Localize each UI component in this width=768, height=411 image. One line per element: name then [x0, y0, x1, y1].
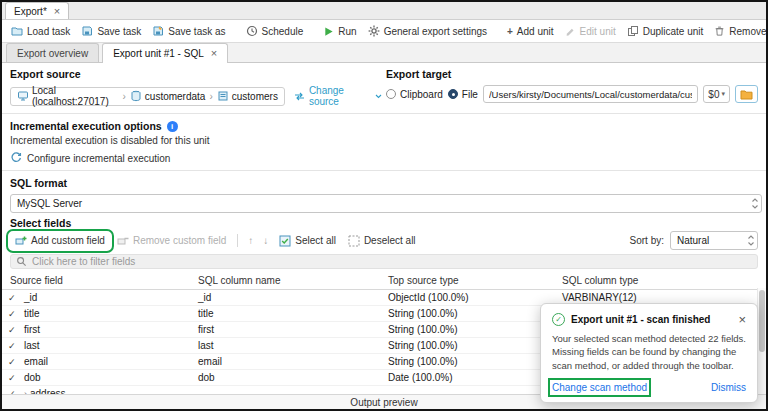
- remove-unit-button[interactable]: Remove unit: [709, 23, 768, 39]
- save-task-as-icon: [152, 25, 164, 37]
- tab-export-overview[interactable]: Export overview: [6, 43, 99, 62]
- select-chevrons-icon: [751, 197, 759, 210]
- remove-custom-field-button[interactable]: Remove custom field: [112, 233, 231, 249]
- cell-top-type: String (100.0%): [388, 308, 562, 319]
- dropdown-arrow-icon: ▾: [721, 90, 725, 98]
- vertical-scrollbar[interactable]: [757, 288, 766, 411]
- save-task-as-button[interactable]: Save task as: [147, 23, 230, 39]
- scrollbar-thumb[interactable]: [759, 290, 765, 352]
- add-custom-field-button[interactable]: Add custom field: [10, 233, 110, 249]
- variable-dropdown-button[interactable]: $0 ▾: [703, 85, 730, 103]
- search-icon: [16, 256, 27, 267]
- deselect-all-label: Deselect all: [364, 235, 416, 246]
- cell-source: email: [24, 356, 198, 367]
- row-checkbox[interactable]: ✓: [2, 373, 24, 383]
- notification-body: Your selected scan method detected 22 fi…: [552, 332, 746, 373]
- dismiss-link[interactable]: Dismiss: [711, 382, 746, 393]
- col-sql-column-type[interactable]: SQL column type: [562, 275, 766, 286]
- clipboard-radio[interactable]: Clipboard: [386, 89, 443, 100]
- load-task-icon: [11, 25, 23, 37]
- duplicate-icon: [627, 25, 639, 37]
- load-task-label: Load task: [27, 26, 70, 37]
- info-icon[interactable]: i: [167, 121, 178, 132]
- browse-file-button[interactable]: [735, 85, 758, 103]
- row-checkbox[interactable]: ✓: [2, 341, 24, 351]
- edit-unit-button[interactable]: Edit unit: [560, 24, 621, 39]
- sort-by-value: Natural: [677, 235, 709, 246]
- collection-label: customers: [232, 91, 278, 102]
- scan-finished-notification: ✓ Export unit #1 - scan finished × Your …: [540, 303, 758, 403]
- output-preview-label: Output preview: [350, 397, 417, 408]
- schedule-button[interactable]: Schedule: [241, 23, 309, 39]
- deselect-all-button[interactable]: Deselect all: [343, 233, 421, 249]
- duplicate-unit-button[interactable]: Duplicate unit: [622, 23, 709, 39]
- gear-icon: [368, 25, 380, 37]
- cell-source: last: [24, 340, 198, 351]
- server-icon: [17, 90, 29, 102]
- incremental-status-text: Incremental execution is disabled for th…: [10, 135, 758, 146]
- tab-export-overview-label: Export overview: [17, 48, 88, 59]
- row-checkbox[interactable]: ✓: [2, 309, 24, 319]
- tab-export[interactable]: Export* ×: [5, 2, 69, 19]
- col-sql-column-name[interactable]: SQL column name: [198, 275, 388, 286]
- plus-icon: +: [507, 26, 513, 37]
- fields-toolbar: Add custom field Remove custom field ↑ ↓…: [10, 231, 758, 250]
- row-checkbox[interactable]: ✓: [2, 293, 24, 303]
- divider: [2, 113, 766, 114]
- tab-close-icon[interactable]: ×: [54, 6, 60, 17]
- configure-incremental-icon: [10, 152, 22, 164]
- breadcrumb-separator: ›: [209, 91, 212, 102]
- breadcrumb-separator: ›: [122, 91, 125, 102]
- up-arrow-icon: ↑: [248, 235, 253, 246]
- tab-close-icon[interactable]: ×: [211, 48, 217, 59]
- select-all-button[interactable]: Select all: [274, 233, 341, 249]
- cell-top-type: String (100.0%): [388, 340, 562, 351]
- table-header: Source field SQL column name Top source …: [2, 272, 766, 290]
- sort-by-select[interactable]: Natural: [670, 231, 758, 250]
- file-path-input[interactable]: [483, 85, 698, 103]
- save-task-button[interactable]: Save task: [76, 23, 146, 39]
- add-unit-button[interactable]: + Add unit: [502, 24, 559, 39]
- incremental-title: Incremental execution options: [10, 120, 162, 132]
- add-custom-field-label: Add custom field: [31, 235, 105, 246]
- cell-sql-type: VARBINARY(12): [562, 292, 766, 303]
- run-label: Run: [338, 26, 356, 37]
- remove-custom-field-label: Remove custom field: [133, 235, 226, 246]
- tab-export-label: Export*: [14, 6, 47, 17]
- move-up-button[interactable]: ↑: [244, 233, 257, 248]
- success-check-icon: ✓: [552, 313, 565, 326]
- filter-fields-input[interactable]: [32, 256, 752, 267]
- configure-incremental-button[interactable]: Configure incremental execution: [10, 152, 758, 164]
- notification-close-icon[interactable]: ×: [738, 313, 746, 326]
- connection-crumb: Local (localhost:27017): [17, 85, 118, 107]
- sql-format-select[interactable]: MySQL Server: [10, 194, 762, 213]
- tab-export-unit-1[interactable]: Export unit #1 - SQL ×: [102, 43, 228, 63]
- row-checkbox[interactable]: ✓: [2, 357, 24, 367]
- source-breadcrumb[interactable]: Local (localhost:27017) › customerdata ›…: [10, 87, 285, 106]
- move-down-button[interactable]: ↓: [259, 233, 272, 248]
- col-top-source-type[interactable]: Top source type: [388, 275, 562, 286]
- clipboard-label: Clipboard: [400, 89, 443, 100]
- radio-circle-selected: [448, 89, 458, 99]
- database-icon: [130, 90, 142, 102]
- chevron-down-icon: [375, 94, 382, 99]
- change-source-button[interactable]: Change source: [294, 85, 382, 107]
- cell-source: dob: [24, 372, 198, 383]
- connection-label: Local (localhost:27017): [32, 85, 118, 107]
- file-radio[interactable]: File: [448, 89, 478, 100]
- load-task-button[interactable]: Load task: [6, 23, 75, 39]
- sql-format-value: MySQL Server: [17, 198, 82, 209]
- row-checkbox[interactable]: ✓: [2, 325, 24, 335]
- general-export-settings-button[interactable]: General export settings: [363, 23, 492, 39]
- divider: [2, 170, 766, 171]
- change-scan-method-link[interactable]: Change scan method: [552, 382, 647, 393]
- export-source-title: Export source: [10, 68, 382, 80]
- sql-format-title: SQL format: [10, 177, 758, 189]
- app-window: Export* × Load task Save task Save task …: [0, 0, 768, 411]
- run-button[interactable]: Run: [318, 24, 361, 39]
- duplicate-unit-label: Duplicate unit: [643, 26, 704, 37]
- col-source-field[interactable]: Source field: [10, 275, 198, 286]
- cell-top-type: String (100.0%): [388, 324, 562, 335]
- edit-unit-label: Edit unit: [580, 26, 616, 37]
- database-label: customerdata: [145, 91, 206, 102]
